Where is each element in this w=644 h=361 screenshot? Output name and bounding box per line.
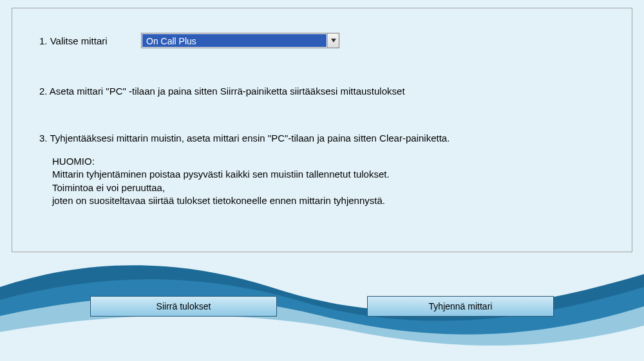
clear-button[interactable]: Tyhjennä mittari	[367, 296, 554, 317]
chevron-down-icon	[331, 39, 336, 42]
note-line: Mittarin tyhjentäminen poistaa pysyvästi…	[52, 168, 605, 181]
step-2-text: 2. Aseta mittari "PC" -tilaan ja paina s…	[39, 86, 605, 97]
step-3-text: 3. Tyhjentääksesi mittarin muistin, aset…	[39, 133, 605, 143]
step-1-row: 1. Valitse mittari On Call Plus	[39, 33, 605, 48]
transfer-button[interactable]: Siirrä tulokset	[90, 296, 277, 317]
note-heading: HUOMIO:	[52, 155, 605, 168]
note-line: joten on suositeltavaa siirtää tulokset …	[52, 194, 605, 207]
meter-select[interactable]: On Call Plus	[141, 33, 339, 48]
instructions-panel: 1. Valitse mittari On Call Plus 2. Aseta…	[12, 8, 632, 252]
action-buttons: Siirrä tulokset Tyhjennä mittari	[0, 296, 644, 317]
meter-select-value: On Call Plus	[142, 34, 327, 47]
step-1-label: 1. Valitse mittari	[39, 35, 141, 46]
dropdown-button[interactable]	[327, 33, 339, 48]
note-line: Toimintoa ei voi peruuttaa,	[52, 181, 605, 194]
warning-note: HUOMIO: Mittarin tyhjentäminen poistaa p…	[52, 155, 605, 207]
